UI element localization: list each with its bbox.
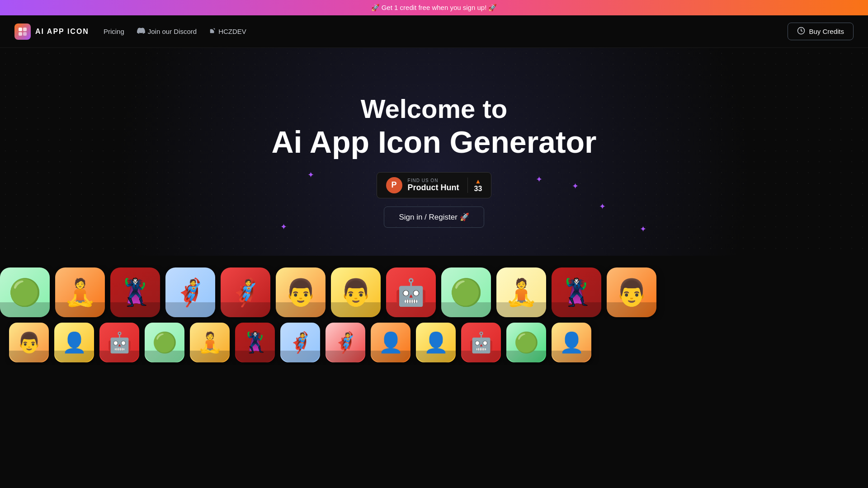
icon-image: 👨: [615, 279, 648, 305]
list-item[interactable]: 🦹: [110, 267, 160, 317]
star-decoration-6: ✦: [536, 174, 542, 184]
product-hunt-badge[interactable]: P FIND US ON Product Hunt ▲ 33: [377, 172, 492, 198]
buy-credits-button[interactable]: Buy Credits: [788, 23, 854, 40]
star-decoration-3: ✦: [599, 202, 606, 211]
icon-image: 🦸: [288, 333, 313, 352]
logo-link[interactable]: AI APP ICON: [14, 23, 89, 40]
svg-rect-2: [19, 32, 22, 36]
icon-image: 🤖: [395, 279, 427, 305]
nav-pricing[interactable]: Pricing: [104, 28, 124, 35]
list-item[interactable]: 🤖: [386, 267, 436, 317]
list-item[interactable]: 🟢: [0, 267, 50, 317]
nav-hczdev[interactable]: HCZDEV: [209, 28, 246, 35]
hero-title-line1: Welcome to: [271, 94, 596, 124]
logo-text: AI APP ICON: [35, 28, 89, 36]
icon-image: 🤖: [469, 333, 494, 352]
icon-image: 👤: [62, 333, 87, 352]
banner-text: 🚀 Get 1 credit free when you sign up! 🚀: [371, 4, 497, 11]
list-item[interactable]: 🧘: [496, 267, 546, 317]
list-item[interactable]: 🦹: [235, 323, 275, 362]
star-decoration-5: ✦: [640, 224, 646, 234]
star-decoration-2: ✦: [572, 181, 579, 191]
hero-section: ✦ ✦ ✦ ✦ ✦ ✦ Welcome to Ai App Icon Gener…: [0, 48, 868, 256]
ph-find-us-label: FIND US ON: [408, 178, 459, 183]
icon-image: 🦸: [229, 279, 262, 305]
ph-count: ▲ 33: [467, 178, 482, 193]
icon-image: 🦸: [333, 333, 358, 352]
icon-image: 🟢: [9, 279, 41, 305]
navbar: AI APP ICON Pricing Join our Discord HCZ…: [0, 15, 868, 48]
icon-image: 🧘: [505, 279, 538, 305]
signin-button[interactable]: Sign in / Register 🚀: [384, 206, 484, 228]
icon-image: 🟢: [450, 279, 482, 305]
icon-image: 👨: [284, 279, 317, 305]
product-hunt-logo: P: [386, 177, 402, 193]
icon-image: 🧘: [64, 279, 96, 305]
icon-image: 🤖: [107, 333, 132, 352]
discord-icon: [137, 27, 145, 37]
icon-image: 👨: [340, 279, 372, 305]
list-item[interactable]: 🦸: [221, 267, 270, 317]
icon-image: 🟢: [152, 333, 177, 352]
icon-image: 🦹: [560, 279, 593, 305]
icon-image: 🧘: [198, 333, 222, 352]
list-item[interactable]: 🟢: [145, 323, 184, 362]
icon-image: 👨: [17, 333, 42, 352]
icon-image: 🟢: [514, 333, 539, 352]
icon-image: 🦹: [119, 279, 151, 305]
list-item[interactable]: 🧘: [55, 267, 105, 317]
icon-image: 🦸: [174, 279, 207, 305]
ph-name-label: Product Hunt: [408, 183, 459, 192]
icon-image: 🦹: [243, 333, 268, 352]
list-item[interactable]: 🟢: [441, 267, 491, 317]
icon-image: 👤: [559, 333, 584, 352]
hero-title-line2: Ai App Icon Generator: [271, 124, 596, 160]
svg-rect-3: [23, 32, 27, 36]
list-item[interactable]: 👤: [54, 323, 94, 362]
list-item[interactable]: 🤖: [461, 323, 501, 362]
nav-discord[interactable]: Join our Discord: [137, 27, 197, 37]
star-decoration-4: ✦: [280, 222, 287, 232]
list-item[interactable]: 👤: [371, 323, 410, 362]
list-item[interactable]: 👨: [9, 323, 49, 362]
signin-label: Sign in / Register 🚀: [399, 213, 469, 221]
icon-image: 👤: [424, 333, 448, 352]
icons-section: 🟢 🧘 🦹 🦸 🦸 👨 👨 🤖 🟢 🧘 🦹: [0, 256, 868, 374]
ph-arrow-icon: ▲: [475, 178, 481, 185]
product-hunt-text: FIND US ON Product Hunt: [408, 178, 459, 192]
list-item[interactable]: 🦹: [552, 267, 601, 317]
list-item[interactable]: 🦸: [326, 323, 365, 362]
list-item[interactable]: 👨: [276, 267, 326, 317]
external-link-icon: [209, 28, 216, 35]
ph-vote-count: 33: [474, 185, 482, 193]
buy-credits-label: Buy Credits: [809, 28, 844, 35]
list-item[interactable]: 🤖: [99, 323, 139, 362]
svg-rect-0: [19, 28, 22, 31]
logo-icon: [14, 23, 31, 40]
icon-row-2: 👨 👤 🤖 🟢 🧘 🦹 🦸 🦸 👤 👤 🤖: [0, 320, 868, 365]
list-item[interactable]: 👤: [552, 323, 591, 362]
list-item[interactable]: 🦸: [280, 323, 320, 362]
star-decoration-1: ✦: [307, 170, 314, 180]
list-item[interactable]: 👨: [331, 267, 381, 317]
top-banner: 🚀 Get 1 credit free when you sign up! 🚀: [0, 0, 868, 15]
svg-rect-1: [23, 28, 27, 31]
list-item[interactable]: 🧘: [190, 323, 230, 362]
nav-links: Pricing Join our Discord HCZDEV: [104, 27, 788, 37]
hero-title: Welcome to Ai App Icon Generator: [271, 94, 596, 160]
list-item[interactable]: 🟢: [506, 323, 546, 362]
list-item[interactable]: 👤: [416, 323, 456, 362]
credits-icon: [797, 27, 805, 36]
list-item[interactable]: 🦸: [165, 267, 215, 317]
list-item[interactable]: 👨: [607, 267, 656, 317]
icon-image: 👤: [378, 333, 403, 352]
icon-row-1: 🟢 🧘 🦹 🦸 🦸 👨 👨 🤖 🟢 🧘 🦹: [0, 265, 868, 320]
